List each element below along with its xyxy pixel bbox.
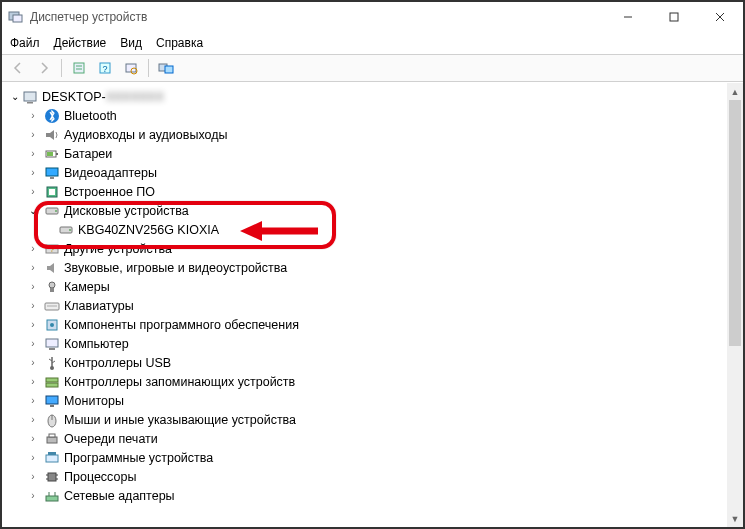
computer-icon bbox=[44, 336, 60, 352]
tree-item[interactable]: ›Мониторы bbox=[6, 391, 727, 410]
firmware-icon bbox=[44, 184, 60, 200]
tree-item[interactable]: ›Программные устройства bbox=[6, 448, 727, 467]
bluetooth-icon bbox=[44, 108, 60, 124]
chevron-right-icon[interactable]: › bbox=[26, 300, 40, 311]
scroll-thumb[interactable] bbox=[729, 100, 741, 346]
display-icon bbox=[44, 165, 60, 181]
show-hidden-button[interactable] bbox=[154, 57, 178, 79]
nav-forward-button[interactable] bbox=[32, 57, 56, 79]
tree-item[interactable]: ›Звуковые, игровые и видеоустройства bbox=[6, 258, 727, 277]
vertical-scrollbar[interactable]: ▲ ▼ bbox=[727, 83, 743, 527]
other-icon: ? bbox=[44, 241, 60, 257]
svg-point-37 bbox=[50, 323, 54, 327]
tree-item[interactable]: ›Видеоадаптеры bbox=[6, 163, 727, 182]
chevron-right-icon[interactable]: › bbox=[26, 376, 40, 387]
tree-item-label: Батареи bbox=[64, 147, 112, 161]
svg-rect-25 bbox=[49, 189, 55, 195]
content-area: ⌄DESKTOP-XXXXXXX›Bluetooth›Аудиовходы и … bbox=[2, 82, 743, 527]
svg-rect-48 bbox=[47, 437, 57, 443]
tree-item[interactable]: ›Сетевые адаптеры bbox=[6, 486, 727, 505]
help-button[interactable]: ? bbox=[93, 57, 117, 79]
tree-item[interactable]: ⌄Дисковые устройства bbox=[6, 201, 727, 220]
toolbar: ? bbox=[2, 54, 743, 82]
separator bbox=[148, 59, 149, 77]
nav-back-button[interactable] bbox=[6, 57, 30, 79]
tree-child-item[interactable]: KBG40ZNV256G KIOXIA bbox=[6, 220, 727, 239]
tree-item-label: Контроллеры запоминающих устройств bbox=[64, 375, 295, 389]
menu-file[interactable]: Файл bbox=[10, 36, 40, 50]
tree-item-label: Компьютер bbox=[64, 337, 129, 351]
minimize-button[interactable] bbox=[605, 2, 651, 32]
svg-rect-33 bbox=[50, 288, 54, 292]
chevron-right-icon[interactable]: › bbox=[26, 414, 40, 425]
chevron-right-icon[interactable]: › bbox=[26, 490, 40, 501]
svg-rect-44 bbox=[46, 396, 58, 404]
tree-item-label: Встроенное ПО bbox=[64, 185, 155, 199]
tree-item[interactable]: ›Батареи bbox=[6, 144, 727, 163]
tree-item-label: Bluetooth bbox=[64, 109, 117, 123]
tree-item[interactable]: ›Встроенное ПО bbox=[6, 182, 727, 201]
disk-icon bbox=[58, 222, 74, 238]
chevron-right-icon[interactable]: › bbox=[26, 186, 40, 197]
svg-rect-50 bbox=[46, 455, 58, 462]
tree-item[interactable]: ›Контроллеры USB bbox=[6, 353, 727, 372]
tree-item-label: Сетевые адаптеры bbox=[64, 489, 175, 503]
printer-icon bbox=[44, 431, 60, 447]
close-button[interactable] bbox=[697, 2, 743, 32]
tree-item-label: Очереди печати bbox=[64, 432, 158, 446]
chevron-right-icon[interactable]: › bbox=[26, 167, 40, 178]
tree-item[interactable]: ›Очереди печати bbox=[6, 429, 727, 448]
svg-rect-15 bbox=[24, 92, 36, 101]
tree-child-label: KBG40ZNV256G KIOXIA bbox=[78, 223, 219, 237]
tree-item[interactable]: ›Bluetooth bbox=[6, 106, 727, 125]
tree-item[interactable]: ›Компоненты программного обеспечения bbox=[6, 315, 727, 334]
tree-item[interactable]: ›?Другие устройства bbox=[6, 239, 727, 258]
chevron-right-icon[interactable]: › bbox=[26, 148, 40, 159]
usb-icon bbox=[44, 355, 60, 371]
maximize-button[interactable] bbox=[651, 2, 697, 32]
chevron-right-icon[interactable]: › bbox=[26, 471, 40, 482]
chevron-right-icon[interactable]: › bbox=[26, 262, 40, 273]
chevron-right-icon[interactable]: › bbox=[26, 110, 40, 121]
scroll-up-button[interactable]: ▲ bbox=[727, 83, 743, 100]
menubar: Файл Действие Вид Справка bbox=[2, 32, 743, 54]
disk-icon bbox=[44, 203, 60, 219]
chevron-right-icon[interactable]: › bbox=[26, 281, 40, 292]
menu-help[interactable]: Справка bbox=[156, 36, 203, 50]
menu-view[interactable]: Вид bbox=[120, 36, 142, 50]
chevron-right-icon[interactable]: › bbox=[26, 395, 40, 406]
properties-button[interactable] bbox=[67, 57, 91, 79]
svg-point-29 bbox=[69, 229, 71, 231]
chevron-right-icon[interactable]: › bbox=[26, 357, 40, 368]
tree-item-label: Камеры bbox=[64, 280, 110, 294]
scroll-down-button[interactable]: ▼ bbox=[727, 510, 743, 527]
tree-item-label: Компоненты программного обеспечения bbox=[64, 318, 299, 332]
chevron-right-icon[interactable]: › bbox=[26, 129, 40, 140]
scan-button[interactable] bbox=[119, 57, 143, 79]
menu-action[interactable]: Действие bbox=[54, 36, 107, 50]
tree-item[interactable]: ›Контроллеры запоминающих устройств bbox=[6, 372, 727, 391]
chevron-right-icon[interactable]: › bbox=[26, 433, 40, 444]
svg-rect-45 bbox=[50, 405, 54, 407]
chevron-right-icon[interactable]: › bbox=[26, 338, 40, 349]
svg-text:?: ? bbox=[50, 245, 55, 254]
audio-icon bbox=[44, 127, 60, 143]
chevron-right-icon[interactable]: › bbox=[26, 319, 40, 330]
network-icon bbox=[44, 488, 60, 504]
scroll-track[interactable] bbox=[727, 100, 743, 510]
chevron-down-icon[interactable]: ⌄ bbox=[8, 91, 22, 102]
chevron-down-icon[interactable]: ⌄ bbox=[26, 205, 40, 216]
tree-item-label: Контроллеры USB bbox=[64, 356, 171, 370]
device-tree[interactable]: ⌄DESKTOP-XXXXXXX›Bluetooth›Аудиовходы и … bbox=[2, 83, 727, 527]
tree-item[interactable]: ›Камеры bbox=[6, 277, 727, 296]
chevron-right-icon[interactable]: › bbox=[26, 452, 40, 463]
tree-root[interactable]: ⌄DESKTOP-XXXXXXX bbox=[6, 87, 727, 106]
svg-rect-57 bbox=[46, 496, 58, 501]
tree-item[interactable]: ›Процессоры bbox=[6, 467, 727, 486]
chevron-right-icon[interactable]: › bbox=[26, 243, 40, 254]
tree-item[interactable]: ›Компьютер bbox=[6, 334, 727, 353]
tree-item[interactable]: ›Аудиовходы и аудиовыходы bbox=[6, 125, 727, 144]
tree-item[interactable]: ›Клавиатуры bbox=[6, 296, 727, 315]
svg-rect-20 bbox=[56, 153, 58, 155]
tree-item[interactable]: ›Мыши и иные указывающие устройства bbox=[6, 410, 727, 429]
